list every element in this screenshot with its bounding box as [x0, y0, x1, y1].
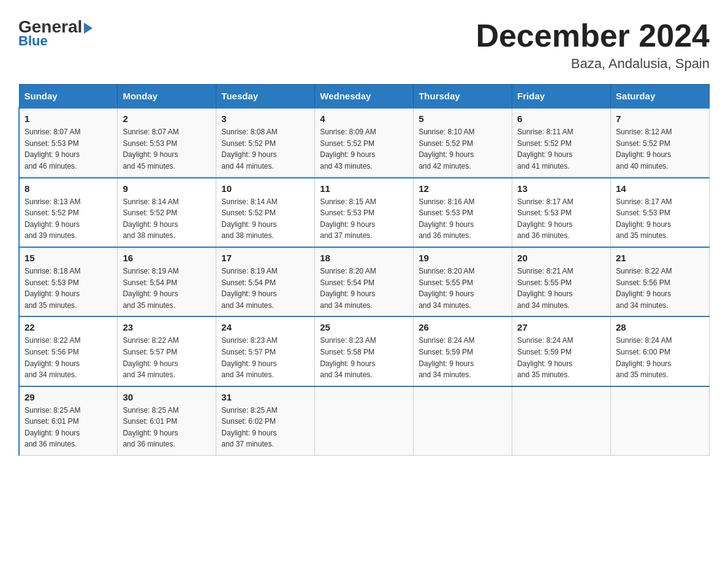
day-info: Sunrise: 8:14 AM Sunset: 5:52 PM Dayligh…	[221, 196, 309, 242]
day-info: Sunrise: 8:20 AM Sunset: 5:54 PM Dayligh…	[320, 266, 408, 311]
day-info: Sunrise: 8:17 AM Sunset: 5:53 PM Dayligh…	[616, 196, 704, 242]
column-header-saturday: Saturday	[611, 85, 710, 109]
calendar-cell: 27 Sunrise: 8:24 AM Sunset: 5:59 PM Dayl…	[512, 316, 611, 386]
day-number: 27	[517, 322, 605, 332]
day-info: Sunrise: 8:22 AM Sunset: 5:56 PM Dayligh…	[25, 335, 112, 380]
calendar-cell: 20 Sunrise: 8:21 AM Sunset: 5:55 PM Dayl…	[512, 247, 611, 316]
calendar-cell: 30 Sunrise: 8:25 AM Sunset: 6:01 PM Dayl…	[118, 386, 216, 456]
day-info: Sunrise: 8:07 AM Sunset: 5:53 PM Dayligh…	[123, 126, 211, 172]
day-number: 23	[123, 322, 211, 332]
day-info: Sunrise: 8:23 AM Sunset: 5:58 PM Dayligh…	[320, 335, 408, 380]
day-info: Sunrise: 8:11 AM Sunset: 5:52 PM Dayligh…	[517, 126, 605, 172]
week-row-5: 29 Sunrise: 8:25 AM Sunset: 6:01 PM Dayl…	[19, 386, 710, 456]
day-number: 30	[123, 392, 211, 402]
day-info: Sunrise: 8:25 AM Sunset: 6:02 PM Dayligh…	[221, 405, 309, 450]
day-info: Sunrise: 8:22 AM Sunset: 5:56 PM Dayligh…	[616, 266, 704, 311]
day-number: 4	[320, 113, 408, 124]
week-row-3: 15 Sunrise: 8:18 AM Sunset: 5:53 PM Dayl…	[19, 247, 710, 316]
day-info: Sunrise: 8:17 AM Sunset: 5:53 PM Dayligh…	[517, 196, 605, 242]
calendar-cell: 5 Sunrise: 8:10 AM Sunset: 5:52 PM Dayli…	[414, 108, 512, 177]
calendar-body: 1 Sunrise: 8:07 AM Sunset: 5:53 PM Dayli…	[19, 108, 710, 455]
calendar-cell: 8 Sunrise: 8:13 AM Sunset: 5:52 PM Dayli…	[19, 178, 118, 247]
calendar-cell: 12 Sunrise: 8:16 AM Sunset: 5:53 PM Dayl…	[414, 178, 512, 247]
calendar-cell: 17 Sunrise: 8:19 AM Sunset: 5:54 PM Dayl…	[216, 247, 315, 316]
calendar-cell: 21 Sunrise: 8:22 AM Sunset: 5:56 PM Dayl…	[611, 247, 710, 316]
day-number: 29	[25, 392, 112, 402]
day-number: 28	[616, 322, 704, 332]
calendar-cell: 22 Sunrise: 8:22 AM Sunset: 5:56 PM Dayl…	[19, 316, 118, 386]
day-info: Sunrise: 8:07 AM Sunset: 5:53 PM Dayligh…	[25, 126, 112, 172]
week-row-1: 1 Sunrise: 8:07 AM Sunset: 5:53 PM Dayli…	[19, 108, 710, 177]
day-number: 5	[419, 113, 507, 124]
title-block: December 2024 Baza, Andalusia, Spain	[476, 18, 710, 72]
day-info: Sunrise: 8:22 AM Sunset: 5:57 PM Dayligh…	[123, 335, 211, 380]
page-header: General Blue December 2024 Baza, Andalus…	[18, 18, 710, 72]
day-number: 6	[517, 113, 605, 124]
day-info: Sunrise: 8:15 AM Sunset: 5:53 PM Dayligh…	[320, 196, 408, 242]
day-number: 10	[221, 183, 309, 194]
calendar-cell: 3 Sunrise: 8:08 AM Sunset: 5:52 PM Dayli…	[216, 108, 315, 177]
day-number: 7	[616, 113, 704, 124]
day-number: 1	[25, 113, 112, 124]
calendar-cell: 1 Sunrise: 8:07 AM Sunset: 5:53 PM Dayli…	[19, 108, 118, 177]
calendar-cell: 14 Sunrise: 8:17 AM Sunset: 5:53 PM Dayl…	[611, 178, 710, 247]
day-info: Sunrise: 8:16 AM Sunset: 5:53 PM Dayligh…	[419, 196, 507, 242]
day-number: 20	[517, 253, 605, 263]
calendar-cell: 25 Sunrise: 8:23 AM Sunset: 5:58 PM Dayl…	[315, 316, 414, 386]
calendar-cell: 15 Sunrise: 8:18 AM Sunset: 5:53 PM Dayl…	[19, 247, 118, 316]
day-number: 21	[616, 253, 704, 263]
day-info: Sunrise: 8:24 AM Sunset: 5:59 PM Dayligh…	[517, 335, 605, 380]
week-row-2: 8 Sunrise: 8:13 AM Sunset: 5:52 PM Dayli…	[19, 178, 710, 247]
day-number: 2	[123, 113, 211, 124]
calendar-cell: 7 Sunrise: 8:12 AM Sunset: 5:52 PM Dayli…	[611, 108, 710, 177]
day-info: Sunrise: 8:24 AM Sunset: 5:59 PM Dayligh…	[419, 335, 507, 380]
day-number: 17	[221, 253, 309, 263]
day-info: Sunrise: 8:24 AM Sunset: 6:00 PM Dayligh…	[616, 335, 704, 380]
calendar-cell: 9 Sunrise: 8:14 AM Sunset: 5:52 PM Dayli…	[118, 178, 216, 247]
column-header-tuesday: Tuesday	[216, 85, 315, 109]
day-info: Sunrise: 8:19 AM Sunset: 5:54 PM Dayligh…	[123, 266, 211, 311]
calendar-cell: 31 Sunrise: 8:25 AM Sunset: 6:02 PM Dayl…	[216, 386, 315, 456]
day-info: Sunrise: 8:25 AM Sunset: 6:01 PM Dayligh…	[123, 405, 211, 450]
calendar-header-row: SundayMondayTuesdayWednesdayThursdayFrid…	[19, 85, 710, 109]
day-number: 19	[419, 253, 507, 263]
day-info: Sunrise: 8:19 AM Sunset: 5:54 PM Dayligh…	[221, 266, 309, 311]
column-header-sunday: Sunday	[19, 85, 118, 109]
calendar-cell	[414, 386, 512, 456]
day-number: 15	[25, 253, 112, 263]
column-header-monday: Monday	[118, 85, 216, 109]
day-number: 22	[25, 322, 112, 332]
day-info: Sunrise: 8:25 AM Sunset: 6:01 PM Dayligh…	[25, 405, 112, 450]
calendar-cell: 6 Sunrise: 8:11 AM Sunset: 5:52 PM Dayli…	[512, 108, 611, 177]
day-number: 12	[419, 183, 507, 194]
day-number: 14	[616, 183, 704, 194]
day-info: Sunrise: 8:20 AM Sunset: 5:55 PM Dayligh…	[419, 266, 507, 311]
column-header-wednesday: Wednesday	[315, 85, 414, 109]
day-number: 11	[320, 183, 408, 194]
column-header-friday: Friday	[512, 85, 611, 109]
calendar-cell	[611, 386, 710, 456]
calendar-cell: 23 Sunrise: 8:22 AM Sunset: 5:57 PM Dayl…	[118, 316, 216, 386]
day-number: 24	[221, 322, 309, 332]
calendar-cell: 4 Sunrise: 8:09 AM Sunset: 5:52 PM Dayli…	[315, 108, 414, 177]
day-info: Sunrise: 8:10 AM Sunset: 5:52 PM Dayligh…	[419, 126, 507, 172]
subtitle: Baza, Andalusia, Spain	[476, 56, 710, 72]
day-info: Sunrise: 8:14 AM Sunset: 5:52 PM Dayligh…	[123, 196, 211, 242]
day-number: 9	[123, 183, 211, 194]
day-info: Sunrise: 8:12 AM Sunset: 5:52 PM Dayligh…	[616, 126, 704, 172]
day-info: Sunrise: 8:23 AM Sunset: 5:57 PM Dayligh…	[221, 335, 309, 380]
logo-bottom: Blue	[18, 33, 48, 49]
main-title: December 2024	[476, 18, 710, 53]
calendar-table: SundayMondayTuesdayWednesdayThursdayFrid…	[18, 84, 710, 456]
day-number: 13	[517, 183, 605, 194]
calendar-cell: 2 Sunrise: 8:07 AM Sunset: 5:53 PM Dayli…	[118, 108, 216, 177]
calendar-cell	[315, 386, 414, 456]
calendar-cell: 26 Sunrise: 8:24 AM Sunset: 5:59 PM Dayl…	[414, 316, 512, 386]
logo: General Blue	[18, 18, 93, 49]
day-info: Sunrise: 8:21 AM Sunset: 5:55 PM Dayligh…	[517, 266, 605, 311]
week-row-4: 22 Sunrise: 8:22 AM Sunset: 5:56 PM Dayl…	[19, 316, 710, 386]
calendar-cell: 13 Sunrise: 8:17 AM Sunset: 5:53 PM Dayl…	[512, 178, 611, 247]
day-info: Sunrise: 8:08 AM Sunset: 5:52 PM Dayligh…	[221, 126, 309, 172]
day-info: Sunrise: 8:13 AM Sunset: 5:52 PM Dayligh…	[25, 196, 112, 242]
calendar-cell: 18 Sunrise: 8:20 AM Sunset: 5:54 PM Dayl…	[315, 247, 414, 316]
